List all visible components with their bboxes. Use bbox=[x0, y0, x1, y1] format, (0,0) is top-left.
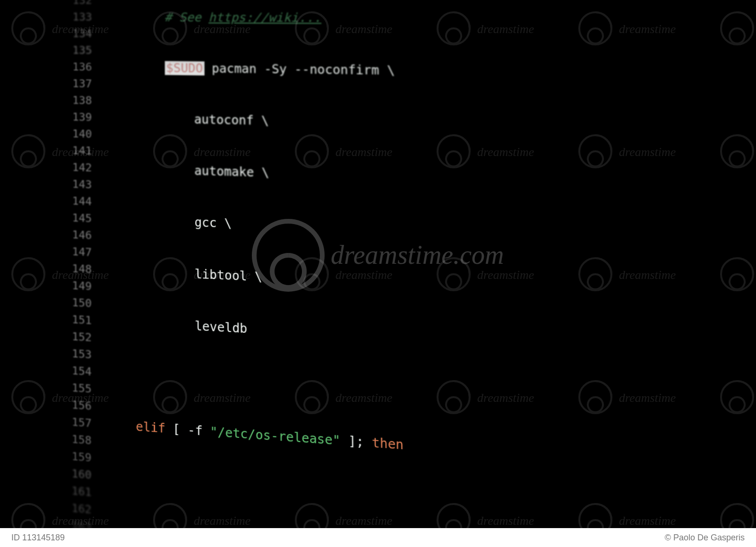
line-number: 153 bbox=[62, 345, 92, 364]
line-number: 142 bbox=[62, 159, 92, 176]
line-number: 162 bbox=[61, 499, 92, 519]
bracket-text: ]; bbox=[340, 434, 372, 451]
line-number: 134 bbox=[62, 26, 92, 43]
line-number: 151 bbox=[62, 311, 92, 329]
line-number: 138 bbox=[62, 92, 92, 109]
line-number: 141 bbox=[62, 142, 92, 159]
code-line: automake \ bbox=[107, 160, 638, 192]
comment-text: # See bbox=[164, 10, 208, 25]
keyword-elif: elif bbox=[136, 419, 165, 436]
line-number: 139 bbox=[62, 109, 92, 126]
keyword-then: then bbox=[372, 435, 404, 452]
stock-footer: ID 113145189 © Paolo De Gasperis bbox=[0, 528, 756, 547]
line-number: 136 bbox=[62, 59, 92, 76]
line-number: 156 bbox=[62, 396, 92, 415]
bracket-text: [ bbox=[165, 421, 188, 437]
code-line-empty bbox=[107, 365, 643, 415]
image-id-label: ID 113145189 bbox=[11, 533, 65, 543]
code-line: gcc \ bbox=[107, 211, 639, 248]
code-line-empty bbox=[107, 468, 645, 527]
line-number: 152 bbox=[62, 328, 92, 347]
line-number: 161 bbox=[61, 482, 91, 502]
line-number: 146 bbox=[62, 226, 92, 244]
line-number: 143 bbox=[62, 175, 92, 193]
line-number: 145 bbox=[62, 209, 92, 227]
line-number: 148 bbox=[62, 260, 92, 278]
code-line: autoconf \ bbox=[107, 109, 637, 137]
line-number: 150 bbox=[62, 294, 92, 312]
line-number-gutter: 1311321331341351361371381391401411421431… bbox=[61, 0, 92, 547]
code-line: elif [ -f "/etc/os-release" ]; then bbox=[107, 416, 644, 471]
line-number: 160 bbox=[61, 464, 91, 484]
line-number: 147 bbox=[62, 243, 92, 261]
pkg-text: autoconf \ bbox=[194, 113, 269, 128]
line-number: 140 bbox=[62, 125, 92, 143]
line-number: 135 bbox=[62, 42, 92, 59]
image-credit: © Paolo De Gasperis bbox=[665, 533, 745, 543]
comment-url: https://wiki... bbox=[208, 10, 321, 25]
command-text: pacman -Sy --noconfirm \ bbox=[205, 61, 395, 78]
editor-viewport: 1311321331341351361371381391401411421431… bbox=[26, 0, 756, 547]
line-number: 137 bbox=[62, 75, 92, 92]
pkg-text: libtool \ bbox=[195, 267, 262, 285]
code-line: # See https://wiki... bbox=[107, 9, 635, 28]
code-line: leveldb bbox=[107, 313, 642, 359]
line-number: 155 bbox=[62, 379, 92, 398]
pkg-text: automake \ bbox=[194, 164, 269, 180]
line-number: 157 bbox=[62, 413, 92, 432]
test-flag: -f bbox=[188, 423, 210, 439]
line-number: 149 bbox=[62, 277, 92, 295]
line-number: 144 bbox=[62, 192, 92, 210]
line-number: 132 bbox=[63, 0, 92, 9]
code-viewport[interactable]: # See https://wiki... $SUDO pacman -Sy -… bbox=[106, 0, 669, 547]
line-number: 158 bbox=[61, 430, 91, 450]
code-line: libtool \ bbox=[107, 262, 640, 303]
line-number: 154 bbox=[62, 362, 92, 381]
path-string: "/etc/os-release" bbox=[210, 425, 341, 448]
sudo-token: $SUDO bbox=[164, 61, 204, 75]
code-line: $SUDO pacman -Sy --noconfirm \ bbox=[107, 59, 636, 82]
line-number: 133 bbox=[63, 9, 92, 26]
line-number: 159 bbox=[61, 447, 91, 467]
pkg-text: leveldb bbox=[195, 319, 247, 336]
pkg-text: gcc \ bbox=[194, 215, 232, 231]
